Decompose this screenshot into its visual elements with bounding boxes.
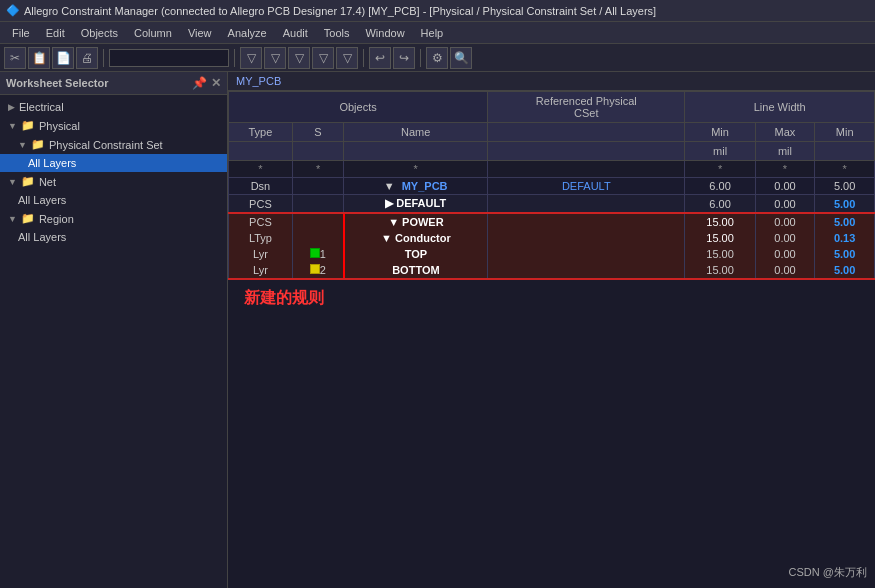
sidebar-item-physical[interactable]: ▼ 📁 Physical xyxy=(0,116,227,135)
pcs-power-min[interactable]: 15.00 xyxy=(685,213,755,230)
th-unit-min2 xyxy=(815,142,875,161)
menu-item-help[interactable]: Help xyxy=(413,25,452,41)
menu-item-column[interactable]: Column xyxy=(126,25,180,41)
toolbar-search-input[interactable] xyxy=(109,49,229,67)
table-row-lyr-top: Lyr 1 TOP 15.00 0.00 5.00 xyxy=(229,246,875,262)
toolbar-separator-2 xyxy=(234,49,235,67)
lyr-top-name[interactable]: TOP xyxy=(344,246,488,262)
pcs-power-name[interactable]: ▼ POWER xyxy=(344,213,488,230)
pcs-arrow-icon: ▼ xyxy=(18,140,27,150)
redo-button[interactable]: ↪ xyxy=(393,47,415,69)
table-row-pcs-default: PCS ▶ DEFAULT 6.00 0.00 5.00 xyxy=(229,195,875,214)
filter-min[interactable]: * xyxy=(685,161,755,178)
pcs-default-s xyxy=(292,195,343,214)
dsn-min[interactable]: 6.00 xyxy=(685,178,755,195)
settings-button[interactable]: ⚙ xyxy=(426,47,448,69)
menu-item-audit[interactable]: Audit xyxy=(275,25,316,41)
undo-button[interactable]: ↩ xyxy=(369,47,391,69)
content-area: MY_PCB Objects Referenced PhysicalCSet L… xyxy=(228,72,875,588)
menu-item-file[interactable]: File xyxy=(4,25,38,41)
lyr-top-min[interactable]: 15.00 xyxy=(685,246,755,262)
sidebar-tree: ▶ Electrical ▼ 📁 Physical ▼ 📁 Physical C… xyxy=(0,95,227,249)
th-min: Min xyxy=(685,123,755,142)
ltyp-arrow-icon[interactable]: ▼ xyxy=(381,232,392,244)
lyr-top-min2[interactable]: 5.00 xyxy=(815,246,875,262)
filter-name[interactable]: * xyxy=(344,161,488,178)
breadcrumb: MY_PCB xyxy=(228,72,875,91)
copy-button[interactable]: 📋 xyxy=(28,47,50,69)
dsn-max[interactable]: 0.00 xyxy=(755,178,815,195)
filter-type[interactable]: * xyxy=(229,161,293,178)
region-folder-icon: 📁 xyxy=(21,212,35,225)
th-ref xyxy=(488,123,685,142)
table-row-lyr-bottom: Lyr 2 BOTTOM 15.00 0.00 5.00 xyxy=(229,262,875,279)
menu-item-edit[interactable]: Edit xyxy=(38,25,73,41)
table-container[interactable]: Objects Referenced PhysicalCSet Line Wid… xyxy=(228,91,875,588)
menu-item-view[interactable]: View xyxy=(180,25,220,41)
menu-item-window[interactable]: Window xyxy=(357,25,412,41)
sidebar-close-icon[interactable]: ✕ xyxy=(211,76,221,90)
dsn-min2[interactable]: 5.00 xyxy=(815,178,875,195)
lyr-bottom-min2[interactable]: 5.00 xyxy=(815,262,875,279)
toolbar: ✂ 📋 📄 🖨 ▽ ▽ ▽ ▽ ▽ ↩ ↪ ⚙ 🔍 xyxy=(0,44,875,72)
th-s: S xyxy=(292,123,343,142)
filter-row: * * * * * * xyxy=(229,161,875,178)
pcs-power-min2[interactable]: 5.00 xyxy=(815,213,875,230)
lyr-top-name-text: TOP xyxy=(405,248,427,260)
paste-button[interactable]: 📄 xyxy=(52,47,74,69)
lyr-bottom-s: 2 xyxy=(292,262,343,279)
print-button[interactable]: 🖨 xyxy=(76,47,98,69)
lyr-top-max[interactable]: 0.00 xyxy=(755,246,815,262)
filter-ref[interactable] xyxy=(488,161,685,178)
sidebar-item-region-all-layers[interactable]: All Layers xyxy=(0,228,227,246)
pcs-default-min2[interactable]: 5.00 xyxy=(815,195,875,214)
sidebar-item-electrical[interactable]: ▶ Electrical xyxy=(0,98,227,116)
pcs-default-arrow-icon[interactable]: ▶ xyxy=(385,197,393,209)
filter-min2[interactable]: * xyxy=(815,161,875,178)
sidebar-item-pcs-all-layers[interactable]: All Layers xyxy=(0,154,227,172)
filter-button-3[interactable]: ▽ xyxy=(288,47,310,69)
ltyp-type: LTyp xyxy=(229,230,293,246)
ltyp-min[interactable]: 15.00 xyxy=(685,230,755,246)
lyr-bottom-max[interactable]: 0.00 xyxy=(755,262,815,279)
cut-button[interactable]: ✂ xyxy=(4,47,26,69)
filter-max[interactable]: * xyxy=(755,161,815,178)
physical-icon: 📁 xyxy=(21,119,35,132)
col-group-row: Objects Referenced PhysicalCSet Line Wid… xyxy=(229,92,875,123)
ltyp-max[interactable]: 0.00 xyxy=(755,230,815,246)
lyr-top-type: Lyr xyxy=(229,246,293,262)
search-button[interactable]: 🔍 xyxy=(450,47,472,69)
filter-s[interactable]: * xyxy=(292,161,343,178)
sidebar-item-region[interactable]: ▼ 📁 Region xyxy=(0,209,227,228)
sidebar-item-net[interactable]: ▼ 📁 Net xyxy=(0,172,227,191)
electrical-label: Electrical xyxy=(19,101,64,113)
dsn-ref[interactable]: DEFAULT xyxy=(488,178,685,195)
sidebar-item-physical-constraint-set[interactable]: ▼ 📁 Physical Constraint Set xyxy=(0,135,227,154)
filter-button-2[interactable]: ▽ xyxy=(264,47,286,69)
sidebar-title: Worksheet Selector xyxy=(6,77,109,89)
region-label: Region xyxy=(39,213,74,225)
filter-button-1[interactable]: ▽ xyxy=(240,47,262,69)
pcs-power-arrow-icon[interactable]: ▼ xyxy=(388,216,399,228)
ltyp-name[interactable]: ▼ Conductor xyxy=(344,230,488,246)
pcs-default-name[interactable]: ▶ DEFAULT xyxy=(344,195,488,214)
lyr-bottom-min[interactable]: 15.00 xyxy=(685,262,755,279)
region-all-layers-label: All Layers xyxy=(18,231,66,243)
lyr-top-tag-icon xyxy=(310,248,320,258)
net-all-layers-label: All Layers xyxy=(18,194,66,206)
physical-arrow-icon: ▼ xyxy=(8,121,17,131)
pcs-power-max[interactable]: 0.00 xyxy=(755,213,815,230)
filter-button-4[interactable]: ▽ xyxy=(312,47,334,69)
filter-button-5[interactable]: ▽ xyxy=(336,47,358,69)
menu-item-analyze[interactable]: Analyze xyxy=(220,25,275,41)
lyr-bottom-name[interactable]: BOTTOM xyxy=(344,262,488,279)
dsn-name[interactable]: ▼ MY_PCB xyxy=(344,178,488,195)
ltyp-min2[interactable]: 0.13 xyxy=(815,230,875,246)
sidebar-pin-icon[interactable]: 📌 xyxy=(192,76,207,90)
pcs-default-max[interactable]: 0.00 xyxy=(755,195,815,214)
menu-item-tools[interactable]: Tools xyxy=(316,25,358,41)
sidebar-item-net-all-layers[interactable]: All Layers xyxy=(0,191,227,209)
pcs-default-min[interactable]: 6.00 xyxy=(685,195,755,214)
dsn-expand-arrow-icon[interactable]: ▼ xyxy=(384,180,395,192)
menu-item-objects[interactable]: Objects xyxy=(73,25,126,41)
